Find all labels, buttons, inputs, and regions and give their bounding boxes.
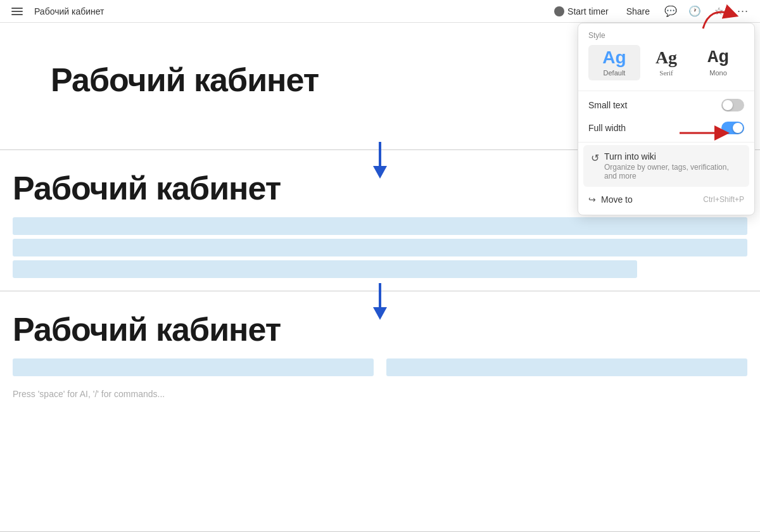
divider-1: [578, 91, 754, 91]
move-to-left: ↪ Move to: [588, 194, 633, 205]
more-options-button[interactable]: ···: [733, 2, 752, 21]
full-width-toggle[interactable]: [721, 122, 744, 134]
content-blocks-row: [13, 358, 747, 376]
section-after: Рабочий кабинет Press 'space' for AI, '/…: [0, 291, 760, 532]
timer-icon: [554, 6, 564, 16]
comment-icon: 💬: [664, 5, 677, 17]
style-mono-label: Mono: [709, 69, 727, 77]
more-icon: ···: [737, 4, 749, 18]
small-text-label: Small text: [588, 100, 627, 110]
style-options-group: Ag Default Ag Serif Ag Mono: [578, 45, 754, 88]
full-width-row: Full width: [578, 117, 754, 139]
navbar-right: Start timer Share 💬 🕐 ☆ ···: [548, 2, 752, 21]
small-text-row: Small text: [578, 94, 754, 117]
content-block-3: [13, 260, 637, 278]
navbar-title: Рабочий кабинет: [34, 6, 104, 16]
arrow-down-2: [370, 283, 390, 324]
wiki-row: ↺ Turn into wiki Organize by owner, tags…: [591, 151, 742, 180]
style-default-ag: Ag: [602, 49, 626, 66]
full-width-label: Full width: [588, 123, 626, 133]
style-serif-button[interactable]: Ag Serif: [640, 45, 692, 80]
wiki-subtitle: Organize by owner, tags, verification, a…: [604, 163, 742, 180]
style-label: Style: [578, 31, 754, 45]
divider-2: [578, 142, 754, 142]
start-timer-button[interactable]: Start timer: [548, 4, 615, 19]
history-icon: 🕐: [688, 5, 701, 17]
style-serif-label: Serif: [659, 69, 673, 77]
favorite-button[interactable]: ☆: [709, 2, 728, 21]
placeholder-text[interactable]: Press 'space' for AI, '/' for commands..…: [13, 389, 747, 399]
style-serif-ag: Ag: [656, 49, 677, 66]
full-width-toggle-thumb: [733, 123, 743, 133]
small-text-toggle-thumb: [723, 100, 733, 110]
content-block-2: [13, 239, 747, 256]
style-mono-button[interactable]: Ag Mono: [692, 45, 744, 80]
content-block-half-2: [386, 358, 747, 376]
turn-into-wiki-section[interactable]: ↺ Turn into wiki Organize by owner, tags…: [583, 145, 749, 187]
move-to-row[interactable]: ↪ Move to Ctrl+Shift+P: [578, 189, 754, 210]
content-blocks: [13, 217, 747, 278]
style-mono-ag: Ag: [707, 49, 729, 66]
small-text-toggle[interactable]: [721, 99, 744, 111]
start-timer-label: Start timer: [567, 6, 609, 16]
share-label: Share: [626, 6, 650, 16]
navbar-left: Рабочий кабинет: [8, 2, 104, 21]
comment-button[interactable]: 💬: [661, 2, 680, 21]
style-dropdown-panel: Style Ag Default Ag Serif Ag Mono Small …: [578, 23, 755, 215]
style-default-button[interactable]: Ag Default: [588, 45, 640, 80]
content-block-1: [13, 217, 747, 235]
hamburger-menu-button[interactable]: [8, 2, 27, 21]
hamburger-icon: [11, 8, 23, 15]
move-to-shortcut: Ctrl+Shift+P: [703, 195, 744, 204]
history-button[interactable]: 🕐: [685, 2, 704, 21]
content-block-half-1: [13, 358, 374, 376]
move-to-icon: ↪: [588, 194, 596, 205]
wiki-icon: ↺: [591, 152, 599, 164]
move-to-label: Move to: [601, 194, 633, 205]
wiki-title: Turn into wiki: [604, 151, 742, 162]
arrow-down-1: [370, 142, 390, 182]
share-button[interactable]: Share: [620, 4, 656, 19]
star-icon: ☆: [714, 5, 723, 17]
navbar: Рабочий кабинет Start timer Share 💬 🕐 ☆ …: [0, 0, 760, 23]
svg-marker-1: [373, 166, 387, 179]
wiki-text-block: Turn into wiki Organize by owner, tags, …: [604, 151, 742, 180]
style-default-label: Default: [604, 69, 626, 77]
svg-marker-3: [373, 307, 387, 320]
